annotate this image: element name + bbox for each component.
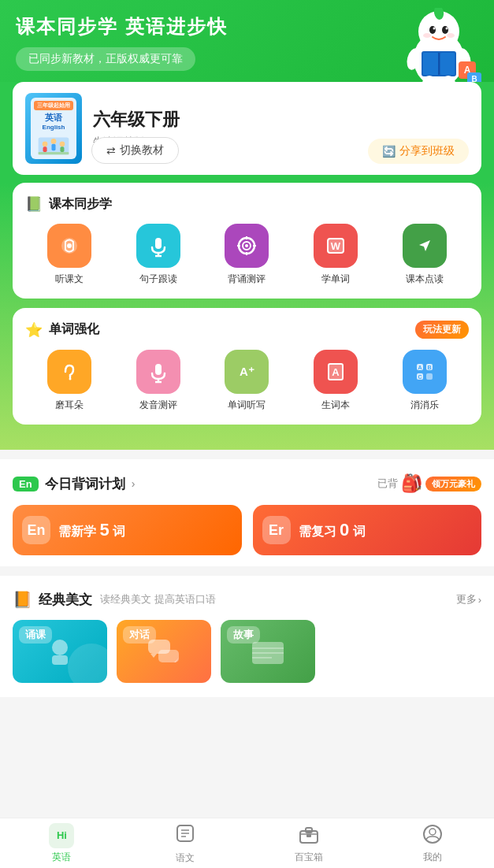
nav-chinese-icon xyxy=(174,822,196,849)
daily-plan-title[interactable]: 今日背词计划 xyxy=(45,475,125,493)
new-words-book-item[interactable]: A 生词本 xyxy=(292,350,381,412)
classic-card-3[interactable]: 故事 xyxy=(221,620,315,683)
textbook-read-item[interactable]: 课本点读 xyxy=(380,224,469,286)
textbook-read-label: 课本点读 xyxy=(406,273,444,286)
ear-train-icon xyxy=(47,350,91,394)
svg-rect-23 xyxy=(43,147,47,152)
review-words-button[interactable]: Er 需复习 0 词 xyxy=(253,505,482,555)
bottom-nav: Hi 英语 语文 百宝箱 我的 xyxy=(0,818,494,868)
nav-profile-icon xyxy=(422,823,444,848)
svg-point-57 xyxy=(68,644,107,683)
nav-english-label: 英语 xyxy=(52,851,71,864)
svg-point-5 xyxy=(442,26,448,34)
listen-text-item[interactable]: 听课文 xyxy=(25,224,114,286)
svg-point-24 xyxy=(51,139,57,144)
classic-card-3-label: 故事 xyxy=(227,626,260,644)
vocab-strengthen-header: ⭐ 单词强化 玩法更新 xyxy=(25,321,469,339)
match-game-item[interactable]: ABC 消消乐 xyxy=(380,350,469,412)
en-badge: En xyxy=(13,477,39,491)
svg-rect-13 xyxy=(440,53,455,75)
ear-train-item[interactable]: 磨耳朵 xyxy=(25,350,114,412)
learn-words-label: 学单词 xyxy=(321,273,350,286)
listen-text-icon xyxy=(47,224,91,268)
header-subtitle: 已同步新教材，正版权威更可靠 xyxy=(16,47,195,71)
mascot: A B xyxy=(392,8,486,82)
nav-english[interactable]: Hi 英语 xyxy=(0,818,124,868)
new-words-btn-label: 需新学 5 词 xyxy=(58,520,125,540)
nav-profile[interactable]: 我的 xyxy=(370,818,494,868)
svg-rect-27 xyxy=(60,147,64,152)
learn-words-item[interactable]: W 学单词 xyxy=(292,224,381,286)
classic-card-1[interactable]: 诵课 xyxy=(13,620,107,683)
pronunc-eval-item[interactable]: 发音测评 xyxy=(114,350,203,412)
svg-point-26 xyxy=(60,141,65,147)
textbook-card: 三年级起始用 英语 English xyxy=(13,82,481,175)
word-dictation-item[interactable]: A⁺ 单词听写 xyxy=(202,350,292,412)
nav-profile-label: 我的 xyxy=(423,851,442,864)
recite-eval-item[interactable]: 背诵测评 xyxy=(202,224,292,286)
svg-text:C: C xyxy=(418,374,422,380)
classic-card-2-label: 对话 xyxy=(123,626,156,644)
pronunc-eval-icon xyxy=(136,350,180,394)
nav-treasure[interactable]: 百宝箱 xyxy=(247,818,371,868)
svg-point-6 xyxy=(433,28,436,30)
course-sync-card: 📗 课本同步学 听课文 句子跟读 xyxy=(13,183,481,299)
daily-plan-arrow: › xyxy=(132,477,136,490)
switch-textbook-button[interactable]: ⇄ 切换教材 xyxy=(91,137,179,164)
svg-point-30 xyxy=(67,243,72,248)
svg-point-43 xyxy=(69,378,72,380)
book-title: 六年级下册 xyxy=(93,108,469,132)
recite-eval-label: 背诵测评 xyxy=(228,273,266,286)
header-banner: 课本同步学 英语进步快 已同步新教材，正版权威更可靠 xyxy=(0,0,494,82)
svg-point-36 xyxy=(245,244,248,247)
new-gameplay-badge: 玩法更新 xyxy=(415,321,469,339)
svg-rect-25 xyxy=(51,144,55,150)
course-sync-header: 📗 课本同步学 xyxy=(25,195,469,213)
book-sync-icon: 📗 xyxy=(25,195,43,213)
svg-text:A⁺: A⁺ xyxy=(240,365,254,378)
daily-status: 已背 🎒 领万元豪礼 xyxy=(377,473,481,494)
nav-treasure-icon xyxy=(298,823,320,848)
green-section: 📗 课本同步学 听课文 句子跟读 xyxy=(0,183,494,450)
svg-point-76 xyxy=(429,829,436,835)
star-icon: ⭐ xyxy=(25,321,43,339)
svg-point-3 xyxy=(447,33,455,38)
svg-text:B: B xyxy=(471,75,477,82)
pronunc-eval-label: 发音测评 xyxy=(139,399,177,412)
svg-text:B: B xyxy=(427,365,431,370)
classic-more-link[interactable]: 更多 › xyxy=(456,592,481,606)
svg-text:W: W xyxy=(331,240,341,252)
match-game-label: 消消乐 xyxy=(410,399,439,412)
listen-text-label: 听课文 xyxy=(55,273,84,286)
book-label-en: English xyxy=(43,124,65,131)
share-to-class-button[interactable]: 🔄 分享到班级 xyxy=(368,139,469,164)
sentence-follow-icon xyxy=(136,224,180,268)
svg-rect-12 xyxy=(423,53,439,75)
nav-chinese[interactable]: 语文 xyxy=(124,818,247,868)
svg-text:A: A xyxy=(418,365,422,370)
switch-icon: ⇄ xyxy=(106,144,116,157)
svg-point-2 xyxy=(423,33,431,38)
vocab-buttons: En 需新学 5 词 Er 需复习 0 词 xyxy=(13,505,481,555)
classic-card-2[interactable]: 对话 xyxy=(117,620,211,683)
match-game-icon: ABC xyxy=(403,350,447,394)
vocab-strengthen-title: 单词强化 xyxy=(49,321,99,338)
svg-rect-74 xyxy=(306,834,311,837)
svg-rect-28 xyxy=(39,152,69,154)
svg-rect-31 xyxy=(155,238,162,249)
reward-label: 领万元豪礼 xyxy=(425,477,481,491)
status-text: 已背 xyxy=(377,477,398,491)
book-cover: 三年级起始用 英语 English xyxy=(25,93,82,164)
book-label-zh: 英语 xyxy=(45,112,62,124)
svg-rect-62 xyxy=(158,650,179,662)
review-words-btn-label: 需复习 0 词 xyxy=(299,520,366,540)
sentence-follow-item[interactable]: 句子跟读 xyxy=(114,224,203,286)
new-words-book-icon: A xyxy=(314,350,358,394)
course-sync-grid: 听课文 句子跟读 背诵测评 xyxy=(25,224,469,286)
word-dictation-label: 单词听写 xyxy=(228,399,266,412)
classic-book-icon: 📙 xyxy=(13,590,32,609)
share-icon: 🔄 xyxy=(382,145,396,158)
new-words-button[interactable]: En 需新学 5 词 xyxy=(13,505,242,555)
reward-bag-icon: 🎒 xyxy=(401,473,422,494)
new-words-btn-icon: En xyxy=(22,516,50,544)
